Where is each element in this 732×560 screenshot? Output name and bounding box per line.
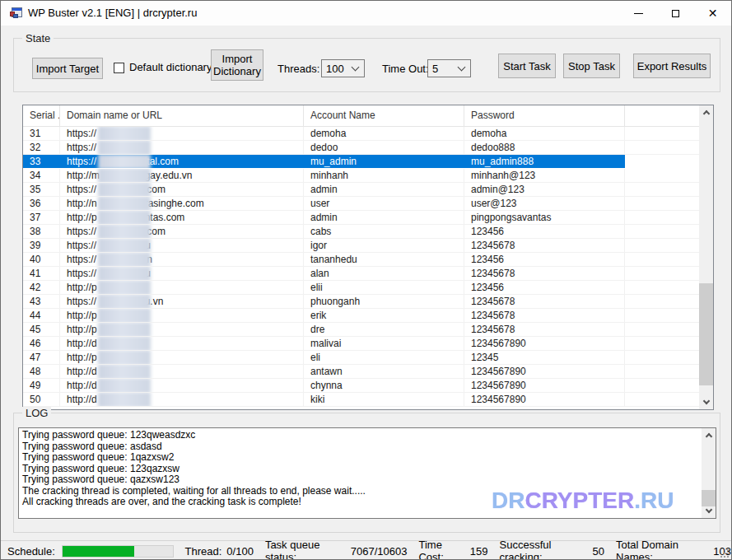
table-row[interactable]: 35 https:// s.com admin admin@123: [23, 183, 699, 197]
cell-serial: 42: [23, 281, 60, 294]
cell-password: 1234567890: [464, 393, 625, 406]
cell-password: 12345678: [464, 323, 625, 336]
cell-serial: 34: [23, 169, 60, 182]
cell-password: minhanh@123: [464, 169, 625, 182]
scroll-down-icon[interactable]: [702, 504, 716, 518]
column-header-domain[interactable]: Domain name or URL: [60, 105, 304, 126]
cell-domain: http://d n: [60, 393, 304, 406]
table-row[interactable]: 32 https:// dedoo dedoo888: [23, 141, 699, 155]
import-target-button[interactable]: Import Target: [32, 58, 103, 79]
thread-value: 0/100: [226, 545, 254, 558]
cell-account: phuonganh: [304, 295, 464, 308]
cell-password: 12345678: [464, 309, 625, 322]
app-window: WP Buster v2.1 [ENG] | drcrypter.ru ✕ St…: [0, 0, 732, 560]
table-row[interactable]: 47 http://p eli 12345: [23, 351, 699, 365]
import-dictionary-button[interactable]: Import Dictionary: [211, 49, 263, 81]
cell-domain: https:// s.com: [60, 225, 304, 238]
title-bar: WP Buster v2.1 [ENG] | drcrypter.ru ✕: [1, 1, 731, 26]
maximize-button[interactable]: [657, 1, 694, 26]
table-row[interactable]: 37 http://p antas.com admin pingpongsava…: [23, 211, 699, 225]
time-cost-label: Time Cost:: [418, 539, 464, 560]
cell-domain: http://p antas.com: [60, 211, 304, 224]
table-row[interactable]: 39 https:// .ru igor 12345678: [23, 239, 699, 253]
redaction-blur: [98, 239, 151, 252]
cell-serial: 47: [23, 351, 60, 364]
redaction-blur: [98, 169, 151, 182]
table-row[interactable]: 48 http://d n antawn 1234567890: [23, 365, 699, 379]
cell-serial: 43: [23, 295, 60, 308]
cell-serial: 50: [23, 393, 60, 406]
queue-value: 7067/10603: [351, 545, 408, 558]
table-row[interactable]: 50 http://d n kiki 1234567890: [23, 393, 699, 407]
window-title: WP Buster v2.1 [ENG] | drcrypter.ru: [28, 1, 197, 26]
table-row[interactable]: 41 https:// .ru alan 12345678: [23, 267, 699, 281]
cell-serial: 45: [23, 323, 60, 336]
redaction-blur: [98, 183, 151, 196]
time-cost-value: 159: [470, 545, 488, 558]
cell-domain: https:// .ru: [60, 239, 304, 252]
cell-password: 1234567890: [464, 337, 625, 350]
stop-task-button[interactable]: Stop Task: [563, 54, 620, 78]
minimize-button[interactable]: [620, 1, 657, 26]
cell-domain: https://: [60, 141, 304, 154]
cell-password: 1234567890: [464, 365, 625, 378]
redaction-blur: [98, 211, 151, 224]
table-scrollbar[interactable]: [699, 105, 713, 409]
schedule-progress-bar: [62, 545, 174, 558]
cell-account: tananhedu: [304, 253, 464, 266]
table-row[interactable]: 36 http://n arasinghe.com user user@123: [23, 197, 699, 211]
cell-domain: http://d n: [60, 365, 304, 378]
cell-serial: 32: [23, 141, 60, 154]
scroll-down-icon[interactable]: [699, 395, 713, 409]
cell-account: admin: [304, 183, 464, 196]
cell-domain: https:// .ru: [60, 267, 304, 280]
table-row[interactable]: 38 https:// s.com cabs 123456: [23, 225, 699, 239]
table-row[interactable]: 34 http://m ngay.edu.vn minhanh minhanh@…: [23, 169, 699, 183]
column-header-serial[interactable]: Serial ...: [23, 105, 60, 126]
table-row[interactable]: 31 https:// demoha demoha: [23, 127, 699, 141]
export-results-button[interactable]: Export Results: [633, 54, 711, 78]
redaction-blur: [98, 379, 151, 392]
table-row[interactable]: 43 https:// du.vn phuonganh 12345678: [23, 295, 699, 309]
default-dictionary-checkbox[interactable]: [114, 63, 124, 73]
column-header-account[interactable]: Account Name: [304, 105, 464, 126]
cell-password: demoha: [464, 127, 625, 140]
status-bar: Schedule: Thread: 0/100 Task queue statu…: [1, 540, 731, 560]
cell-account: antawn: [304, 365, 464, 378]
redaction-blur: [98, 365, 151, 378]
table-row[interactable]: 49 http://d n chynna 1234567890: [23, 379, 699, 393]
timeout-dropdown[interactable]: 5: [427, 59, 471, 77]
cell-password: mu_admin888: [464, 155, 625, 168]
cell-domain: http://p: [60, 281, 304, 294]
cell-password: 123456: [464, 281, 625, 294]
table-row[interactable]: 44 http://p erik 12345678: [23, 309, 699, 323]
redaction-blur: [98, 323, 151, 336]
resize-grip[interactable]: [719, 548, 729, 558]
cell-account: igor: [304, 239, 464, 252]
success-label: Successful cracking:: [500, 539, 588, 560]
cell-password: 12345678: [464, 267, 625, 280]
log-line: Trying password queue: asdasd: [22, 441, 702, 453]
table-row[interactable]: 33 https:// bital.com mu_admin mu_admin8…: [23, 155, 699, 169]
start-task-button[interactable]: Start Task: [498, 54, 556, 78]
cell-password: 123456: [464, 225, 625, 238]
log-scrollbar[interactable]: [702, 428, 716, 518]
cell-account: malivai: [304, 337, 464, 350]
scroll-up-icon[interactable]: [702, 428, 716, 442]
scrollbar-thumb[interactable]: [699, 283, 713, 385]
threads-dropdown[interactable]: 100: [321, 59, 365, 77]
table-row[interactable]: 42 http://p elii 123456: [23, 281, 699, 295]
cell-serial: 40: [23, 253, 60, 266]
table-row[interactable]: 45 http://p dre 12345678: [23, 323, 699, 337]
close-button[interactable]: ✕: [694, 1, 731, 26]
maximize-icon: [672, 10, 679, 17]
table-row[interactable]: 46 http://d n malivai 1234567890: [23, 337, 699, 351]
column-header-password[interactable]: Password: [464, 105, 625, 126]
cell-domain: http://p: [60, 309, 304, 322]
redaction-blur: [98, 351, 151, 364]
chevron-down-icon: [458, 63, 466, 72]
log-line: Trying password queue: qazxsw123: [22, 474, 702, 486]
table-row[interactable]: 40 https:// .vn tananhedu 123456: [23, 253, 699, 267]
cell-serial: 41: [23, 267, 60, 280]
scroll-up-icon[interactable]: [699, 105, 713, 119]
